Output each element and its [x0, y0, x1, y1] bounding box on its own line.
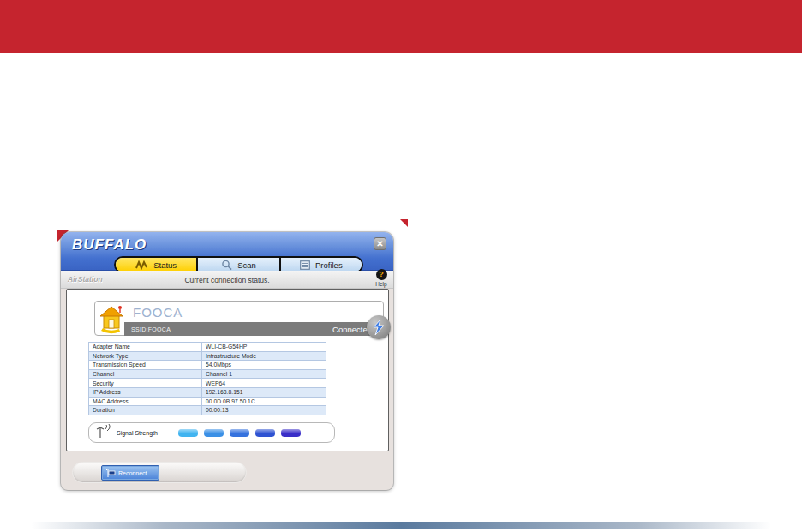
- reconnect-label: Reconnect: [118, 470, 147, 476]
- network-name: FOOCA: [133, 305, 183, 320]
- close-icon[interactable]: ✕: [374, 237, 386, 250]
- reconnect-button[interactable]: Reconnect: [101, 465, 159, 481]
- list-icon: [300, 260, 310, 270]
- table-row: Adapter NameWLI-CB-G54HP: [89, 343, 326, 352]
- signal-bar: [281, 429, 301, 437]
- window-titlebar[interactable]: BUFFALO ✕ Status Scan Profiles: [61, 232, 393, 271]
- ssid-bar: SSID:FOOCA Connected: [124, 322, 384, 336]
- waveform-icon: [135, 260, 148, 270]
- table-row: MAC Address00.0D.0B.97.50.1C: [89, 397, 326, 406]
- signal-bars: [178, 429, 301, 437]
- tab-label: Scan: [237, 260, 256, 270]
- reconnect-antenna-icon: [105, 468, 116, 479]
- connection-details-table: Adapter NameWLI-CB-G54HP Network TypeInf…: [88, 342, 326, 415]
- tab-label: Status: [153, 260, 177, 270]
- tab-scan[interactable]: Scan: [198, 258, 280, 272]
- table-row: Network TypeInfrastructure Mode: [89, 351, 326, 361]
- signal-bar: [204, 429, 224, 437]
- status-message: Current connection status.: [61, 276, 393, 284]
- status-panel: FOOCA SSID:FOOCA Connected Adapter NameW…: [66, 289, 389, 451]
- tab-label: Profiles: [315, 260, 343, 270]
- table-row: IP Address192.168.8.151: [89, 387, 326, 397]
- antenna-icon: [96, 424, 113, 442]
- help-button[interactable]: ? Help: [373, 269, 390, 287]
- signal-bar: [230, 429, 249, 437]
- table-row: ChannelChannel 1: [89, 369, 326, 379]
- buffalo-logo: BUFFALO: [72, 236, 147, 254]
- action-bar: Reconnect: [72, 462, 247, 483]
- aoss-lightning-icon: [367, 315, 391, 339]
- page-footer-rule: [31, 522, 771, 529]
- table-row: Transmission Speed54.0Mbps: [89, 361, 326, 370]
- ssid-label: SSID:FOOCA: [131, 326, 171, 332]
- signal-strength-label: Signal Strength: [117, 430, 158, 436]
- home-network-icon: [98, 303, 127, 339]
- help-label: Help: [373, 281, 390, 287]
- tab-status[interactable]: Status: [116, 258, 198, 272]
- signal-bar: [178, 429, 198, 437]
- magnifier-icon: [221, 260, 232, 271]
- status-strip: AirStation Current connection status. ? …: [61, 271, 393, 289]
- signal-bar: [255, 429, 275, 437]
- tab-profiles[interactable]: Profiles: [281, 258, 362, 272]
- signal-strength-box: Signal Strength: [88, 422, 335, 443]
- table-row: Duration00:00:13: [89, 406, 326, 415]
- help-icon[interactable]: ?: [376, 269, 387, 280]
- table-row: SecurityWEP64: [89, 379, 326, 388]
- connection-summary-box: FOOCA SSID:FOOCA Connected: [94, 301, 384, 336]
- page-header-band: [0, 0, 802, 53]
- red-corner-decoration-right: [400, 219, 408, 227]
- airstation-client-window: BUFFALO ✕ Status Scan Profiles: [61, 232, 393, 490]
